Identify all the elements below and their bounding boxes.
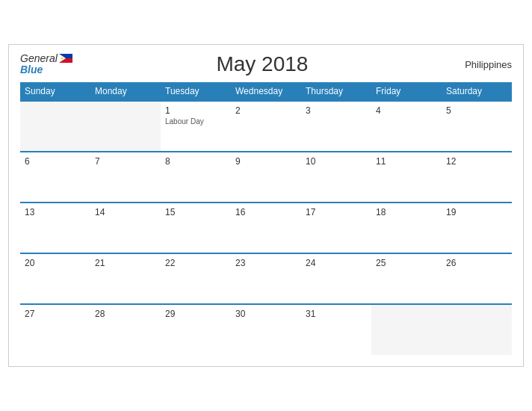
calendar-day-cell: 24 [301,253,371,304]
day-number: 1 [165,105,226,116]
logo-flag-icon [59,54,72,63]
day-number: 15 [165,207,226,217]
day-of-week-header: Tuesday [161,82,231,101]
calendar-day-cell: 20 [20,253,90,304]
day-number: 25 [376,258,437,268]
calendar-day-cell: 6 [20,152,90,203]
calendar-week-row: 2728293031 [20,304,512,355]
calendar-day-cell: 12 [442,152,512,203]
calendar-day-cell: 23 [231,253,301,304]
calendar-day-cell: 4 [371,101,442,152]
day-of-week-header: Monday [90,82,161,101]
day-number: 10 [306,156,367,167]
calendar-day-cell: 18 [371,203,442,253]
calendar-day-cell: 13 [20,203,90,253]
day-number: 13 [25,207,86,217]
calendar-day-cell: 7 [90,152,161,203]
calendar-day-cell: 8 [161,152,231,203]
calendar-day-cell: 3 [301,101,371,152]
month-title: May 2018 [72,52,452,76]
calendar-week-row: 13141516171819 [20,203,512,253]
calendar-day-cell: 19 [442,203,512,253]
day-number: 22 [165,258,226,268]
calendar-week-row: 1Labour Day2345 [20,101,512,152]
day-number: 5 [446,105,507,116]
day-of-week-header: Sunday [20,82,90,101]
day-number: 26 [446,258,507,268]
calendar-table: SundayMondayTuesdayWednesdayThursdayFrid… [20,82,512,355]
calendar-day-cell: 29 [161,304,231,355]
day-number: 31 [306,309,367,319]
day-number: 17 [306,207,367,217]
logo-general-text: General [20,53,58,64]
day-of-week-header: Thursday [301,82,371,101]
logo: General Blue [20,53,72,76]
calendar-day-cell: 28 [90,304,161,355]
calendar-day-cell [90,101,161,152]
day-number: 4 [376,105,437,116]
calendar-day-cell: 16 [231,203,301,253]
calendar-header: General Blue May 2018 Philippines [20,52,512,76]
calendar-day-cell [371,304,442,355]
calendar-day-cell: 21 [90,253,161,304]
day-number: 7 [95,156,156,167]
calendar-day-cell: 2 [231,101,301,152]
day-number: 18 [376,207,437,217]
calendar-day-cell: 22 [161,253,231,304]
day-of-week-header: Saturday [442,82,512,101]
calendar-container: General Blue May 2018 Philippines Sunday… [8,44,524,367]
day-number: 24 [306,258,367,268]
country-name: Philippines [452,59,512,70]
day-number: 23 [235,258,297,268]
calendar-day-cell: 9 [231,152,301,203]
day-of-week-header: Friday [371,82,442,101]
day-number: 11 [376,156,437,167]
calendar-week-row: 20212223242526 [20,253,512,304]
calendar-week-row: 6789101112 [20,152,512,203]
svg-point-3 [61,58,63,60]
logo-blue-text: Blue [20,64,43,75]
day-number: 20 [25,258,86,268]
calendar-day-cell: 31 [301,304,371,355]
calendar-day-cell: 5 [442,101,512,152]
day-number: 21 [95,258,156,268]
day-number: 2 [235,105,297,116]
calendar-day-cell: 14 [90,203,161,253]
calendar-day-cell: 10 [301,152,371,203]
day-number: 12 [446,156,507,167]
calendar-day-cell: 11 [371,152,442,203]
day-number: 16 [235,207,297,217]
holiday-label: Labour Day [165,117,226,126]
day-number: 3 [306,105,367,116]
calendar-day-cell: 25 [371,253,442,304]
day-number: 19 [446,207,507,217]
calendar-day-cell: 26 [442,253,512,304]
day-number: 29 [165,309,226,319]
day-of-week-header: Wednesday [231,82,301,101]
calendar-day-cell: 27 [20,304,90,355]
day-number: 14 [95,207,156,217]
day-number: 27 [25,309,86,319]
day-number: 28 [95,309,156,319]
calendar-day-cell: 1Labour Day [161,101,231,152]
day-number: 9 [235,156,297,167]
calendar-day-cell: 30 [231,304,301,355]
calendar-day-cell: 15 [161,203,231,253]
day-number: 6 [25,156,86,167]
calendar-day-cell: 17 [301,203,371,253]
calendar-day-cell [20,101,90,152]
day-number: 8 [165,156,226,167]
calendar-day-cell [442,304,512,355]
day-number: 30 [235,309,297,319]
days-header-row: SundayMondayTuesdayWednesdayThursdayFrid… [20,82,512,101]
